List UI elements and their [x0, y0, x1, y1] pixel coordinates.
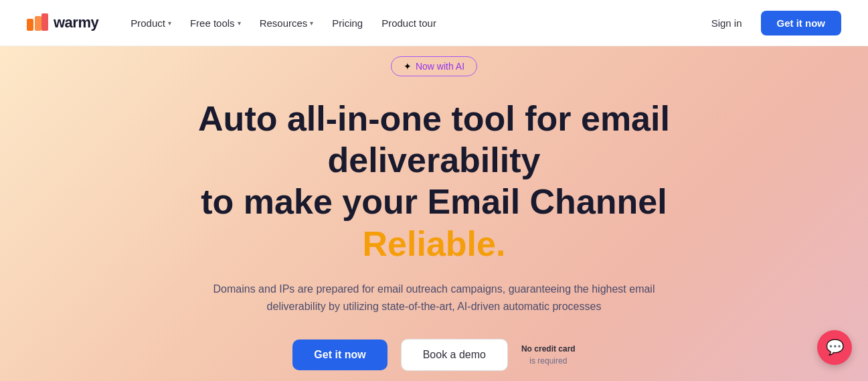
- hero-cta-row: Get it now Book a demo No credit card is…: [292, 339, 575, 371]
- svg-rect-2: [41, 13, 48, 31]
- sign-in-button[interactable]: Sign in: [703, 12, 750, 34]
- navbar-right: Sign in Get it now: [703, 11, 841, 35]
- logo[interactable]: warmy: [27, 13, 98, 32]
- chat-button[interactable]: 💬: [817, 330, 852, 365]
- hero-subtitle: Domains and IPs are prepared for email o…: [207, 281, 662, 315]
- no-credit-card-line1: No credit card: [521, 343, 576, 355]
- nav-item-pricing[interactable]: Pricing: [324, 12, 371, 34]
- ai-badge[interactable]: ✦ Now with AI: [391, 56, 477, 76]
- svg-rect-1: [35, 16, 41, 31]
- hero-section: ✦ Now with AI Auto all-in-one tool for e…: [0, 46, 868, 381]
- nav-item-resources[interactable]: Resources ▾: [252, 12, 322, 34]
- nav-label-free-tools: Free tools: [190, 17, 235, 29]
- nav-label-product-tour: Product tour: [381, 17, 436, 29]
- hero-title: Auto all-in-one tool for email deliverab…: [133, 98, 735, 265]
- navbar-left: warmy Product ▾ Free tools ▾ Resources ▾…: [27, 12, 444, 34]
- hero-title-highlight: Reliable.: [363, 224, 506, 263]
- logo-icon: [27, 13, 48, 32]
- no-credit-card-notice: No credit card is required: [521, 343, 576, 367]
- get-it-now-button[interactable]: Get it now: [761, 11, 842, 35]
- no-credit-card-line2: is required: [529, 356, 567, 366]
- chevron-down-icon: ▾: [238, 19, 241, 27]
- nav-label-product: Product: [131, 17, 165, 29]
- hero-title-line1: Auto all-in-one tool for email deliverab…: [198, 99, 670, 179]
- svg-rect-0: [27, 19, 33, 31]
- nav-item-product[interactable]: Product ▾: [122, 12, 179, 34]
- navbar: warmy Product ▾ Free tools ▾ Resources ▾…: [0, 0, 868, 46]
- nav-links: Product ▾ Free tools ▾ Resources ▾ Prici…: [122, 12, 444, 34]
- logo-text: warmy: [54, 14, 98, 31]
- chat-icon: 💬: [826, 339, 844, 356]
- chevron-down-icon: ▾: [168, 19, 171, 27]
- ai-badge-icon: ✦: [404, 61, 412, 72]
- nav-item-free-tools[interactable]: Free tools ▾: [182, 12, 249, 34]
- hero-cta-primary-button[interactable]: Get it now: [292, 339, 387, 370]
- nav-label-pricing: Pricing: [332, 17, 363, 29]
- ai-badge-text: Now with AI: [416, 61, 464, 72]
- hero-title-line2: to make your Email Channel: [201, 182, 667, 221]
- hero-cta-secondary-button[interactable]: Book a demo: [401, 339, 508, 371]
- chevron-down-icon: ▾: [310, 19, 313, 27]
- nav-label-resources: Resources: [260, 17, 308, 29]
- nav-item-product-tour[interactable]: Product tour: [373, 12, 444, 34]
